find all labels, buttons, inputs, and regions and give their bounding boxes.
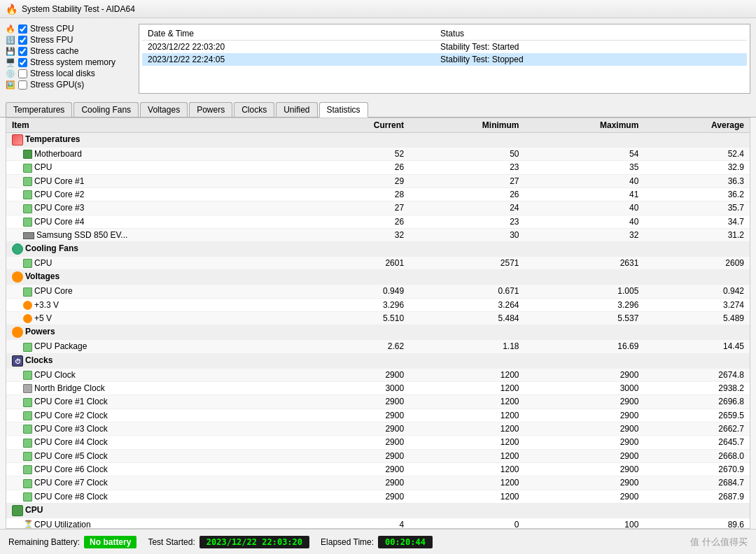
log-datetime: 2023/12/22 22:24:05 (142, 53, 435, 66)
data-row: CPU Clock2900120029002674.8 (6, 368, 750, 381)
log-panel: Date & Time Status 2023/12/22 22:03:20St… (139, 24, 750, 94)
tab-statistics[interactable]: Statistics (319, 102, 368, 118)
log-header-status: Status (435, 27, 747, 41)
data-row: CPU Core #3 Clock2900120029002662.7 (6, 422, 750, 435)
data-row: CPU Core #8 Clock2900120029002687.9 (6, 490, 750, 503)
test-started-badge: 2023/12/22 22:03:20 (200, 536, 309, 548)
log-row: 2023/12/22 22:24:05Stability Test: Stopp… (142, 53, 747, 66)
app-icon: 🔥 (6, 3, 18, 15)
stress-cache-option[interactable]: 💾 Stress cache (6, 46, 132, 56)
tab-unified[interactable]: Unified (276, 102, 317, 117)
stress-memory-option[interactable]: 🖥️ Stress system memory (6, 57, 132, 67)
section-header-row: Temperatures (6, 133, 750, 148)
data-row: CPU2601257126312609 (6, 256, 750, 269)
stress-disks-option[interactable]: 💿 Stress local disks (6, 69, 132, 78)
stress-cache-label: Stress cache (30, 46, 78, 56)
remaining-battery-label: Remaining Battery: (8, 537, 80, 547)
statistics-table: ItemCurrentMinimumMaximumAverage Tempera… (6, 118, 750, 529)
data-row: CPU Package2.621.1816.6914.45 (6, 340, 750, 353)
remaining-battery-item: Remaining Battery: No battery (8, 536, 136, 548)
col-header-maximum: Maximum (525, 118, 645, 133)
tab-temperatures[interactable]: Temperatures (6, 102, 72, 117)
data-row: CPU Core #5 Clock2900120029002668.0 (6, 449, 750, 462)
data-row: North Bridge Clock3000120030002938.2 (6, 381, 750, 395)
data-row: CPU Core #4 Clock2900120029002645.7 (6, 436, 750, 449)
top-panel: 🔥 Stress CPU 🔢 Stress FPU 💾 Stress cache… (0, 18, 756, 99)
section-header-row: Cooling Fans (6, 241, 750, 256)
log-header-datetime: Date & Time (142, 27, 435, 41)
status-bar: Remaining Battery: No battery Test Start… (0, 529, 756, 554)
log-status: Stability Test: Started (435, 41, 747, 54)
stress-memory-label: Stress system memory (30, 57, 115, 67)
elapsed-time-badge: 00:20:44 (378, 536, 433, 548)
col-header-average: Average (644, 118, 750, 133)
stress-fpu-label: Stress FPU (30, 35, 73, 45)
stress-options-panel: 🔥 Stress CPU 🔢 Stress FPU 💾 Stress cache… (6, 24, 132, 94)
stress-fpu-option[interactable]: 🔢 Stress FPU (6, 35, 132, 45)
stress-fpu-checkbox[interactable] (18, 36, 27, 45)
col-header-current: Current (310, 118, 410, 133)
log-table: Date & Time Status 2023/12/22 22:03:20St… (142, 27, 747, 66)
tab-powers[interactable]: Powers (189, 102, 232, 117)
title-bar: 🔥 System Stability Test - AIDA64 (0, 0, 756, 18)
col-header-minimum: Minimum (410, 118, 524, 133)
tab-clocks[interactable]: Clocks (234, 102, 274, 117)
data-row: CPU Core #6 Clock2900120029002670.9 (6, 462, 750, 476)
tab-voltages[interactable]: Voltages (140, 102, 188, 117)
data-row: Motherboard52505452.4 (6, 148, 750, 161)
log-row: 2023/12/22 22:03:20Stability Test: Start… (142, 41, 747, 54)
section-header-row: Voltages (6, 270, 750, 285)
test-started-label: Test Started: (148, 537, 195, 547)
data-row: CPU Core #228264136.2 (6, 187, 750, 201)
stress-disks-label: Stress local disks (30, 69, 95, 78)
stress-gpu-label: Stress GPU(s) (30, 80, 84, 90)
stress-memory-checkbox[interactable] (18, 58, 27, 67)
stress-cpu-checkbox[interactable] (18, 24, 27, 34)
stress-gpu-option[interactable]: 🖼️ Stress GPU(s) (6, 80, 132, 90)
stress-disks-checkbox[interactable] (18, 69, 27, 78)
section-header-row: ⏱Clocks (6, 353, 750, 368)
data-row: CPU Core #1 Clock2900120029002696.8 (6, 395, 750, 409)
stress-gpu-checkbox[interactable] (18, 80, 27, 90)
data-row: CPU Core #2 Clock2900120029002659.5 (6, 409, 750, 422)
watermark: 值 什么值得买 (690, 536, 748, 548)
data-row: CPU Core #7 Clock2900120029002684.7 (6, 476, 750, 490)
elapsed-time-item: Elapsed Time: 00:20:44 (321, 536, 433, 548)
stress-cpu-option[interactable]: 🔥 Stress CPU (6, 24, 132, 34)
stress-cpu-label: Stress CPU (30, 24, 74, 34)
remaining-battery-badge: No battery (84, 536, 136, 548)
main-content: 🔥 Stress CPU 🔢 Stress FPU 💾 Stress cache… (0, 18, 756, 529)
section-header-row: CPU (6, 503, 750, 518)
tab-cooling-fans[interactable]: Cooling Fans (74, 102, 139, 117)
log-status: Stability Test: Stopped (435, 53, 747, 66)
app-title: System Stability Test - AIDA64 (22, 4, 135, 14)
data-row: CPU26233532.9 (6, 161, 750, 174)
data-row: CPU Core #129274036.3 (6, 174, 750, 187)
data-row: CPU Core #327244035.7 (6, 201, 750, 215)
tabs-bar: TemperaturesCooling FansVoltagesPowersCl… (0, 99, 756, 118)
data-row: +3.3 V3.2963.2643.2963.274 (6, 298, 750, 311)
elapsed-time-label: Elapsed Time: (321, 537, 374, 547)
data-row: CPU Core0.9490.6711.0050.942 (6, 285, 750, 298)
data-row: Samsung SSD 850 EV...32303231.2 (6, 228, 750, 241)
data-row: CPU Core #426234034.7 (6, 215, 750, 228)
data-row: ⏳CPU Utilization4010089.6 (6, 518, 750, 529)
section-header-row: Powers (6, 325, 750, 340)
test-started-item: Test Started: 2023/12/22 22:03:20 (148, 536, 309, 548)
log-datetime: 2023/12/22 22:03:20 (142, 41, 435, 54)
stress-cache-checkbox[interactable] (18, 47, 27, 56)
col-header-item: Item (6, 118, 310, 133)
data-row: +5 V5.5105.4845.5375.489 (6, 311, 750, 325)
data-table-container[interactable]: ItemCurrentMinimumMaximumAverage Tempera… (6, 118, 750, 529)
